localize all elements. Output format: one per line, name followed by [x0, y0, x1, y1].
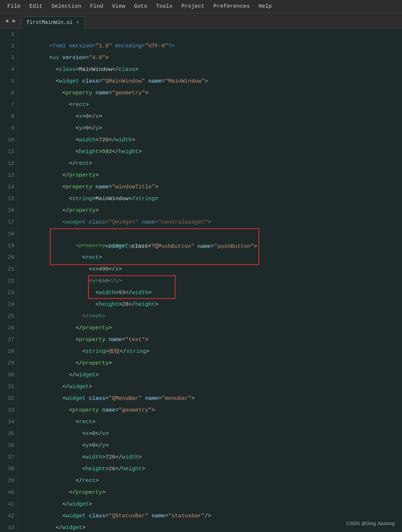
line-num: 7: [4, 99, 14, 111]
code-line-15: </property>: [23, 193, 402, 205]
code-line-28: </property>: [23, 346, 402, 358]
code-line-27: <string>按钮</string>: [23, 334, 402, 346]
highlight-inner-group: <width>93</width> <height>28</height>: [23, 275, 402, 299]
line-num: 4: [4, 64, 14, 76]
code-line-9: <width>726</width>: [23, 123, 402, 134]
code-line-39: </property>: [23, 475, 402, 487]
code-line-20: <x>490</x>: [23, 252, 402, 264]
code-line-40: </widget>: [23, 487, 402, 499]
line-num: 31: [4, 381, 14, 393]
line-num: 11: [4, 146, 14, 158]
line-num: 36: [4, 440, 14, 452]
line-num: 15: [4, 193, 14, 205]
code-line-4: <widget class="QMainWindow" name="MainWi…: [23, 64, 402, 76]
code-line-6: <rect>: [23, 87, 402, 99]
code-line-19: <rect>: [23, 240, 402, 252]
menu-selection[interactable]: Selection: [47, 2, 86, 11]
line-num: 30: [4, 369, 14, 381]
code-line-30: </widget>: [23, 369, 402, 381]
menu-edit[interactable]: Edit: [25, 2, 47, 11]
line-num: 41: [4, 499, 14, 510]
line-num: 17: [4, 217, 14, 228]
line-num: 12: [4, 158, 14, 170]
line-num: 34: [4, 416, 14, 428]
line-num: 29: [4, 358, 14, 369]
code-line-36: <width>726</width>: [23, 440, 402, 452]
menu-tools[interactable]: Tools: [152, 2, 177, 11]
code-line-26: <property name="text">: [23, 322, 402, 334]
nav-back-arrow[interactable]: ◀: [4, 17, 10, 25]
line-num: 19: [4, 240, 14, 252]
line-num: 32: [4, 393, 14, 405]
line-num: 42: [4, 510, 14, 522]
code-line-13: <property name="windowTitle">: [23, 170, 402, 181]
line-num: 26: [4, 322, 14, 334]
menu-project[interactable]: Project: [177, 2, 209, 11]
line-num: 38: [4, 463, 14, 475]
code-line-17: <widget class="QPushButton" name="pushBu…: [23, 217, 402, 228]
nav-arrows: ◀ ▶: [4, 17, 17, 25]
line-num: 22: [4, 275, 14, 287]
code-line-25: </property>: [23, 311, 402, 322]
line-num: 5: [4, 76, 14, 87]
menu-find[interactable]: Find: [86, 2, 108, 11]
line-num: 2: [4, 40, 14, 52]
menu-goto[interactable]: Goto: [130, 2, 152, 11]
menu-help[interactable]: Help: [254, 2, 276, 11]
line-num: 8: [4, 111, 14, 123]
code-line-16: <widget class="QWidget" name="centralwid…: [23, 205, 402, 217]
line-num: 16: [4, 205, 14, 217]
line-num: 21: [4, 264, 14, 275]
line-num: 28: [4, 346, 14, 358]
code-line-7: <x>0</x>: [23, 99, 402, 111]
menu-file[interactable]: File: [3, 2, 25, 11]
code-line-11: </rect>: [23, 146, 402, 158]
code-line-2: <ui version="4.0">: [23, 40, 402, 52]
code-line-5: <property name="geometry">: [23, 76, 402, 87]
line-num: 33: [4, 405, 14, 416]
code-line-41: <widget class="QStatusBar" name="statusb…: [23, 499, 402, 510]
code-line-14: <string>MainWindow</string>: [23, 181, 402, 193]
menubar: File Edit Selection Find View Goto Tools…: [0, 0, 402, 13]
code-line-35: <y>0</y>: [23, 428, 402, 440]
code-line-23: <height>28</height>: [23, 287, 402, 299]
editor-tab[interactable]: firstMainWin.ui ×: [21, 16, 85, 29]
line-num: 14: [4, 181, 14, 193]
line-num: 40: [4, 487, 14, 499]
line-num: 18: [4, 228, 14, 240]
line-num: 35: [4, 428, 14, 440]
code-content: <?xml version="1.0" encoding="UTF-8"?> <…: [18, 29, 402, 532]
code-line-24: </rect>: [23, 299, 402, 311]
code-area: 1 2 3 4 5 6 7 8 9 10 11 12 13 14 15 16 1…: [0, 29, 402, 532]
line-num: 23: [4, 287, 14, 299]
code-line-43: <resources/>: [23, 522, 402, 532]
code-line-18: <property name="geometry">: [23, 228, 402, 240]
code-line-22: <width>93</width>: [23, 275, 402, 287]
code-line-8: <y>0</y>: [23, 111, 402, 123]
watermark: CSDN @Ding Jiaxiong: [346, 521, 395, 526]
menu-preferences[interactable]: Preferences: [209, 2, 254, 11]
line-num: 1: [4, 29, 14, 40]
line-num: 39: [4, 475, 14, 487]
tab-title: firstMainWin.ui: [26, 19, 73, 25]
code-line-38: </rect>: [23, 463, 402, 475]
line-num: 25: [4, 311, 14, 322]
code-line-29: </widget>: [23, 358, 402, 369]
line-numbers: 1 2 3 4 5 6 7 8 9 10 11 12 13 14 15 16 1…: [0, 29, 18, 532]
code-line-37: <height>26</height>: [23, 452, 402, 463]
line-num: 10: [4, 134, 14, 146]
code-line-10: <height>592</height>: [23, 134, 402, 146]
line-num: 6: [4, 87, 14, 99]
line-num: 3: [4, 52, 14, 64]
tab-close-button[interactable]: ×: [76, 20, 79, 25]
code-line-12: </property>: [23, 158, 402, 170]
line-num: 9: [4, 123, 14, 134]
line-num: 20: [4, 252, 14, 264]
menu-view[interactable]: View: [108, 2, 130, 11]
editor: 1 2 3 4 5 6 7 8 9 10 11 12 13 14 15 16 1…: [0, 29, 402, 532]
code-line-3: <class>MainWindow</class>: [23, 52, 402, 64]
code-line-32: <property name="geometry">: [23, 393, 402, 405]
nav-forward-arrow[interactable]: ▶: [11, 17, 17, 25]
line-num: 13: [4, 170, 14, 181]
line-num: 37: [4, 452, 14, 463]
